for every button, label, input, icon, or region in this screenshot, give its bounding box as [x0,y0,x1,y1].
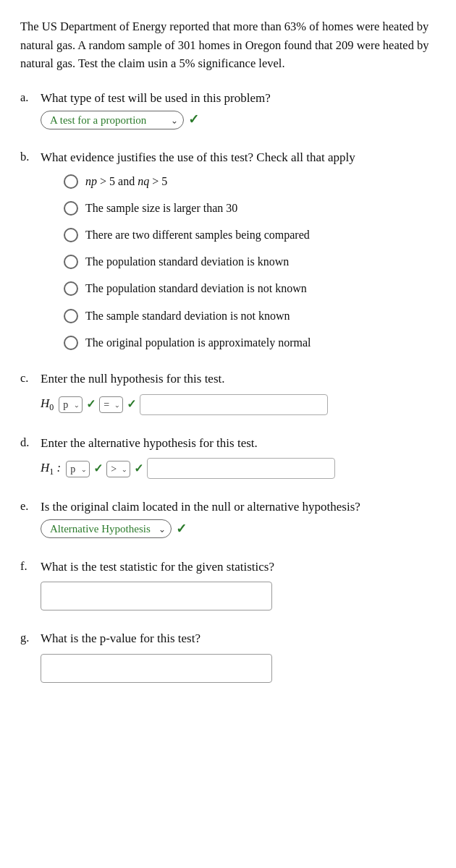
q-b-letter: b. [20,148,36,166]
question-d: d. Enter the alternative hypothesis for … [20,434,436,480]
checkbox-item-6: The sample standard deviation is not kno… [64,307,436,324]
p-value-input[interactable] [41,654,272,683]
q-d-letter: d. [20,434,36,452]
checkbox-pop-std-known[interactable] [64,255,78,269]
h0-op-checkmark: ✓ [127,396,136,413]
question-e: e. Is the original claim located in the … [20,498,436,539]
checkbox-label-5[interactable]: The population standard deviation is not… [85,280,307,297]
q-e-letter: e. [20,498,36,516]
alt-hypothesis-row: H1 : p μ σ ✓ > < ≠ = ✓ [41,458,436,479]
q-f-text: What is the test statistic for the given… [41,558,274,576]
checkbox-label-4[interactable]: The population standard deviation is kno… [85,253,289,270]
q-e-text: Is the original claim located in the nul… [41,498,360,516]
h1-op-checkmark: ✓ [134,460,143,477]
q-a-checkmark: ✓ [188,110,199,129]
question-c: c. Enter the null hypothesis for this te… [20,370,436,415]
checkbox-two-samples[interactable] [64,228,78,242]
checkbox-label-7[interactable]: The original population is approximately… [85,334,311,351]
q-c-text: Enter the null hypothesis for this test. [41,370,225,388]
h1-label: H1 : [41,459,61,478]
null-hypothesis-row: H0 p μ σ ✓ = ≠ < > ≤ ≥ ✓ [41,394,436,415]
checkbox-item-3: There are two different samples being co… [64,226,436,243]
test-statistic-input[interactable] [41,582,272,610]
h1-var-select-wrapper[interactable]: p μ σ [66,459,90,478]
question-b: b. What evidence justifies the use of th… [20,148,436,351]
checkbox-label-2[interactable]: The sample size is larger than 30 [85,200,237,216]
checkbox-label-6[interactable]: The sample standard deviation is not kno… [85,307,290,324]
h1-var-checkmark: ✓ [93,460,103,477]
checkbox-item-2: The sample size is larger than 30 [64,200,436,216]
test-type-select[interactable]: A test for a proportion A test for a mea… [41,111,184,129]
claim-location-select[interactable]: Alternative Hypothesis Null Hypothesis [41,519,172,538]
h0-label: H0 [41,394,54,414]
checkbox-item-1: np > 5 and nq > 5 [64,173,436,190]
h1-var-select[interactable]: p μ σ [66,461,90,477]
h0-var-select-wrapper[interactable]: p μ σ [59,395,83,414]
checkbox-sample-std-not-known[interactable] [64,309,78,323]
q-g-text: What is the p-value for this test? [41,629,200,648]
intro-text: The US Department of Energy reported tha… [20,17,436,73]
checkbox-normal[interactable] [64,336,78,350]
checkbox-sample-size[interactable] [64,201,78,216]
q-d-text: Enter the alternative hypothesis for thi… [41,434,258,453]
q-e-checkmark: ✓ [176,519,187,539]
h0-operator-select[interactable]: = ≠ < > ≤ ≥ [99,396,123,413]
h0-var-checkmark: ✓ [86,396,96,413]
test-type-select-wrapper[interactable]: A test for a proportion A test for a mea… [41,111,184,129]
checkbox-pop-std-not-known[interactable] [64,281,78,296]
checkbox-item-4: The population standard deviation is kno… [64,253,436,270]
q-a-text: What type of test will be used in this p… [41,89,271,108]
h0-var-select[interactable]: p μ σ [59,396,83,413]
q-a-letter: a. [20,89,36,107]
q-f-letter: f. [20,558,36,576]
q-c-letter: c. [20,370,36,388]
h0-value-input[interactable] [140,394,328,415]
checkbox-label-1[interactable]: np > 5 and nq > 5 [85,173,167,190]
checkbox-group: np > 5 and nq > 5 The sample size is lar… [64,173,436,351]
checkbox-label-3[interactable]: There are two different samples being co… [85,226,310,243]
q-b-text: What evidence justifies the use of this … [41,148,355,167]
question-f: f. What is the test statistic for the gi… [20,558,436,611]
checkbox-item-5: The population standard deviation is not… [64,280,436,297]
h1-operator-select-wrapper[interactable]: > < ≠ = [106,459,130,478]
question-g: g. What is the p-value for this test? [20,629,436,683]
q-g-letter: g. [20,629,36,647]
h1-value-input[interactable] [147,458,335,479]
h0-operator-select-wrapper[interactable]: = ≠ < > ≤ ≥ [99,395,123,414]
claim-location-row: Alternative Hypothesis Null Hypothesis ✓ [41,519,436,539]
question-a: a. What type of test will be used in thi… [20,89,436,130]
checkbox-item-7: The original population is approximately… [64,334,436,351]
claim-location-select-wrapper[interactable]: Alternative Hypothesis Null Hypothesis [41,519,172,538]
h1-operator-select[interactable]: > < ≠ = [106,461,130,477]
checkbox-np[interactable] [64,174,78,189]
